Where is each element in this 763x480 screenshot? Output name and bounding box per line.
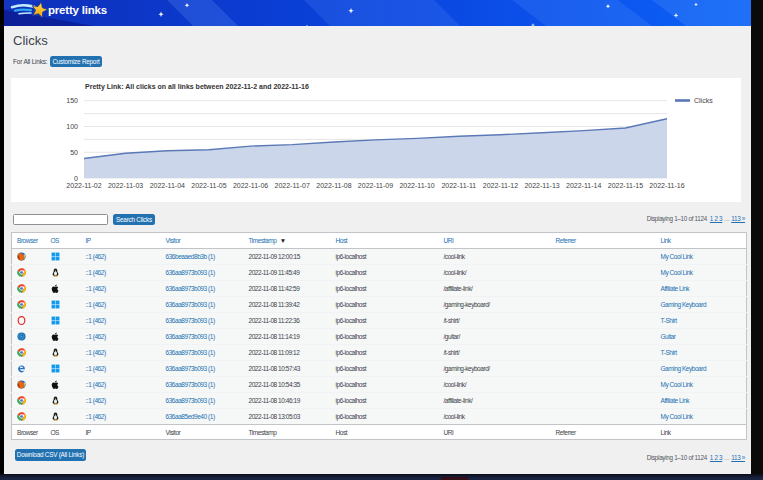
svg-text:2022-11-07: 2022-11-07 — [275, 182, 310, 189]
svg-text:2022-11-08: 2022-11-08 — [316, 182, 351, 189]
svg-text:2022-11-16: 2022-11-16 — [649, 182, 684, 189]
svg-text:2022-11-05: 2022-11-05 — [191, 182, 226, 189]
svg-text:2022-11-14: 2022-11-14 — [566, 182, 601, 189]
svg-text:pretty links: pretty links — [48, 4, 107, 16]
svg-text:50: 50 — [70, 149, 78, 156]
svg-text:2022-11-11: 2022-11-11 — [441, 182, 476, 189]
svg-text:Clicks: Clicks — [694, 97, 713, 104]
svg-text:2022-11-13: 2022-11-13 — [524, 182, 559, 189]
svg-text:2022-11-02: 2022-11-02 — [66, 182, 101, 189]
svg-text:2022-11-04: 2022-11-04 — [150, 182, 185, 189]
svg-text:2022-11-09: 2022-11-09 — [358, 182, 393, 189]
svg-text:0: 0 — [74, 175, 78, 182]
svg-text:Pretty Link: All clicks on all: Pretty Link: All clicks on all links bet… — [85, 83, 309, 91]
svg-text:2022-11-12: 2022-11-12 — [483, 182, 518, 189]
svg-text:2022-11-15: 2022-11-15 — [608, 182, 643, 189]
svg-text:100: 100 — [66, 123, 78, 130]
svg-text:2022-11-06: 2022-11-06 — [233, 182, 268, 189]
svg-text:2022-11-03: 2022-11-03 — [108, 182, 143, 189]
svg-text:2022-11-10: 2022-11-10 — [399, 182, 434, 189]
svg-text:150: 150 — [66, 97, 78, 104]
